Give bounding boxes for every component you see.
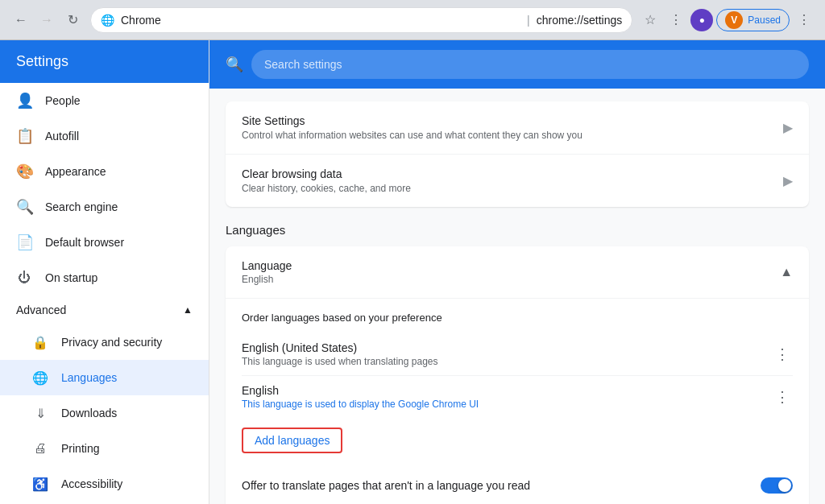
lang-item-0: English (United States) This language is… bbox=[242, 333, 793, 376]
clear-data-row[interactable]: Clear browsing data Clear history, cooki… bbox=[226, 155, 809, 207]
clear-data-arrow-icon: ▶ bbox=[783, 173, 793, 188]
language-header-text: Language English bbox=[242, 259, 292, 285]
address-divider: | bbox=[527, 14, 530, 27]
sidebar-item-search-engine[interactable]: 🔍 Search engine bbox=[0, 189, 209, 225]
languages-icon: 🌐 bbox=[32, 370, 48, 386]
printing-icon: 🖨 bbox=[32, 441, 48, 456]
globe-icon: 🌐 bbox=[101, 14, 114, 27]
language-card: Language English ▲ Order languages based… bbox=[226, 246, 809, 504]
downloads-icon: ⇓ bbox=[32, 406, 48, 421]
sidebar-label-downloads: Downloads bbox=[61, 407, 117, 419]
avatar: V bbox=[725, 11, 743, 29]
clear-data-desc: Clear history, cookies, cache, and more bbox=[242, 183, 783, 194]
chrome-menu-button[interactable]: ⋮ bbox=[793, 9, 815, 31]
site-settings-title: Site Settings bbox=[242, 114, 783, 127]
sidebar-item-downloads[interactable]: ⇓ Downloads bbox=[0, 395, 209, 431]
add-languages-button[interactable]: Add languages bbox=[242, 428, 342, 453]
lang-item-name-1: English bbox=[242, 384, 772, 397]
extension-icon[interactable]: ● bbox=[690, 9, 713, 31]
sidebar-label-appearance: Appearance bbox=[45, 165, 106, 178]
lang-item-menu-1[interactable]: ⋮ bbox=[772, 385, 793, 409]
sidebar-item-privacy[interactable]: 🔒 Privacy and security bbox=[0, 324, 209, 360]
lang-item-text-0: English (United States) This language is… bbox=[242, 341, 772, 367]
lang-item-name-0: English (United States) bbox=[242, 341, 772, 354]
people-icon: 👤 bbox=[16, 92, 32, 109]
sidebar-item-autofill[interactable]: 📋 Autofill bbox=[0, 118, 209, 154]
browser-chrome: ← → ↻ 🌐 Chrome | chrome://settings ☆ ⋮ ●… bbox=[0, 0, 825, 40]
privacy-icon: 🔒 bbox=[32, 335, 48, 350]
address-site: Chrome bbox=[121, 14, 520, 27]
forward-button[interactable]: → bbox=[35, 9, 58, 31]
sidebar-label-browser: Default browser bbox=[45, 236, 124, 249]
translate-toggle[interactable] bbox=[761, 477, 793, 494]
sidebar-item-languages[interactable]: 🌐 Languages bbox=[0, 360, 209, 395]
menu-dots-button[interactable]: ⋮ bbox=[665, 9, 687, 31]
sidebar-item-people[interactable]: 👤 People bbox=[0, 83, 209, 118]
default-browser-icon: 📄 bbox=[16, 233, 32, 251]
sidebar: Settings 👤 People 📋 Autofill 🎨 Appearanc… bbox=[0, 40, 209, 504]
search-bar: 🔍 bbox=[209, 40, 825, 89]
advanced-chevron-icon: ▲ bbox=[183, 304, 193, 316]
autofill-icon: 📋 bbox=[16, 127, 32, 145]
sidebar-label-accessibility: Accessibility bbox=[61, 477, 122, 490]
back-button[interactable]: ← bbox=[10, 9, 32, 31]
sidebar-label-printing: Printing bbox=[61, 442, 99, 455]
sidebar-label-search: Search engine bbox=[45, 200, 118, 213]
language-header[interactable]: Language English ▲ bbox=[226, 246, 809, 299]
translate-label: Offer to translate pages that aren't in … bbox=[242, 479, 761, 492]
translate-toggle-row: Offer to translate pages that aren't in … bbox=[226, 466, 809, 504]
search-input[interactable] bbox=[251, 50, 809, 79]
sidebar-label-languages: Languages bbox=[61, 371, 117, 384]
language-header-title: Language bbox=[242, 259, 292, 272]
language-collapse-icon: ▲ bbox=[780, 265, 793, 279]
site-settings-text: Site Settings Control what information w… bbox=[242, 114, 783, 141]
lang-item-desc-0: This language is used when translating p… bbox=[242, 356, 772, 367]
sidebar-item-printing[interactable]: 🖨 Printing bbox=[0, 431, 209, 466]
top-settings-card: Site Settings Control what information w… bbox=[226, 101, 809, 207]
lang-item-1: English This language is used to display… bbox=[242, 376, 793, 418]
sidebar-label-privacy: Privacy and security bbox=[61, 336, 162, 349]
address-bar[interactable]: 🌐 Chrome | chrome://settings bbox=[90, 7, 632, 33]
sidebar-item-default-browser[interactable]: 📄 Default browser bbox=[0, 225, 209, 260]
languages-section-title: Languages bbox=[226, 223, 809, 237]
sidebar-title: Settings bbox=[0, 40, 209, 83]
sidebar-label-autofill: Autofill bbox=[45, 130, 79, 143]
clear-data-title: Clear browsing data bbox=[242, 167, 783, 180]
lang-item-desc-1: This language is used to display the Goo… bbox=[242, 399, 772, 410]
site-settings-row[interactable]: Site Settings Control what information w… bbox=[226, 101, 809, 155]
profile-button[interactable]: V Paused bbox=[716, 9, 790, 31]
advanced-section-header[interactable]: Advanced ▲ bbox=[0, 295, 209, 324]
site-settings-arrow-icon: ▶ bbox=[783, 120, 793, 135]
sidebar-label-people: People bbox=[45, 94, 81, 107]
appearance-icon: 🎨 bbox=[16, 163, 32, 180]
lang-order-label: Order languages based on your preference bbox=[242, 312, 793, 324]
sidebar-item-accessibility[interactable]: ♿ Accessibility bbox=[0, 466, 209, 502]
search-icon: 🔍 bbox=[226, 56, 243, 73]
sidebar-item-appearance[interactable]: 🎨 Appearance bbox=[0, 154, 209, 189]
content-area: 🔍 Site Settings Control what information… bbox=[209, 40, 825, 504]
search-engine-icon: 🔍 bbox=[16, 198, 32, 216]
main-layout: Settings 👤 People 📋 Autofill 🎨 Appearanc… bbox=[0, 40, 825, 504]
sidebar-label-startup: On startup bbox=[45, 271, 97, 284]
sidebar-item-on-startup[interactable]: ⏻ On startup bbox=[0, 260, 209, 295]
lang-item-text-1: English This language is used to display… bbox=[242, 384, 772, 410]
bookmark-button[interactable]: ☆ bbox=[639, 9, 661, 31]
address-url: chrome://settings bbox=[537, 14, 623, 27]
clear-data-text: Clear browsing data Clear history, cooki… bbox=[242, 167, 783, 194]
advanced-label: Advanced bbox=[16, 304, 66, 316]
content-scroll: Site Settings Control what information w… bbox=[209, 89, 825, 504]
nav-buttons: ← → ↻ bbox=[10, 9, 84, 31]
site-settings-desc: Control what information websites can us… bbox=[242, 130, 783, 141]
toolbar-icons: ☆ ⋮ ● V Paused ⋮ bbox=[639, 9, 815, 31]
language-body: Order languages based on your preference… bbox=[226, 299, 809, 466]
startup-icon: ⏻ bbox=[16, 271, 32, 285]
reload-button[interactable]: ↻ bbox=[61, 9, 84, 31]
profile-label: Paused bbox=[748, 14, 781, 26]
accessibility-icon: ♿ bbox=[32, 477, 48, 492]
language-header-subtitle: English bbox=[242, 274, 292, 285]
lang-item-menu-0[interactable]: ⋮ bbox=[772, 342, 793, 366]
